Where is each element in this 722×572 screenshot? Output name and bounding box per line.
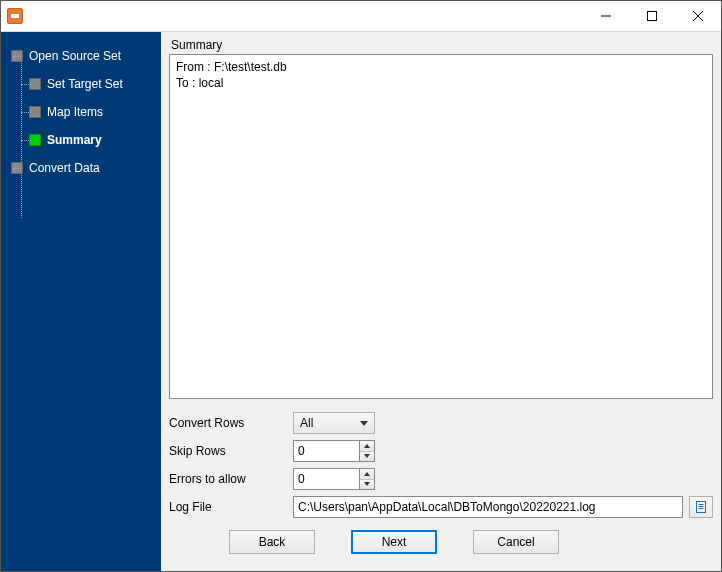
- minimize-icon: [601, 11, 611, 21]
- sidebar: Open Source Set Set Target Set Map Items…: [1, 32, 161, 571]
- next-button[interactable]: Next: [351, 530, 437, 554]
- summary-heading: Summary: [171, 38, 713, 52]
- convert-rows-value: All: [300, 416, 313, 430]
- button-bar: Back Next Cancel: [169, 521, 713, 563]
- convert-rows-label: Convert Rows: [169, 416, 293, 430]
- step-label: Open Source Set: [29, 49, 121, 63]
- skip-rows-down[interactable]: [360, 452, 374, 462]
- log-file-input[interactable]: [293, 496, 683, 518]
- cancel-button[interactable]: Cancel: [473, 530, 559, 554]
- document-icon: [694, 500, 708, 514]
- errors-allow-row: Errors to allow: [169, 465, 713, 493]
- step-label: Map Items: [47, 105, 103, 119]
- step-label: Summary: [47, 133, 102, 147]
- convert-rows-select[interactable]: All: [293, 412, 375, 434]
- chevron-down-icon: [364, 482, 370, 486]
- step-set-target-set[interactable]: Set Target Set: [11, 70, 161, 98]
- app-icon: [7, 8, 23, 24]
- log-file-label: Log File: [169, 500, 293, 514]
- wizard-body: Open Source Set Set Target Set Map Items…: [1, 31, 721, 571]
- wizard-window: Open Source Set Set Target Set Map Items…: [0, 0, 722, 572]
- log-file-browse-button[interactable]: [689, 496, 713, 518]
- chevron-up-icon: [364, 444, 370, 448]
- step-open-source-set[interactable]: Open Source Set: [11, 42, 161, 70]
- convert-rows-row: Convert Rows All: [169, 409, 713, 437]
- skip-rows-row: Skip Rows: [169, 437, 713, 465]
- step-convert-data[interactable]: Convert Data: [11, 154, 161, 182]
- step-summary[interactable]: Summary: [11, 126, 161, 154]
- back-button[interactable]: Back: [229, 530, 315, 554]
- skip-rows-spinner: [293, 440, 375, 462]
- maximize-button[interactable]: [629, 1, 675, 31]
- chevron-down-icon: [364, 454, 370, 458]
- skip-rows-input[interactable]: [293, 440, 359, 462]
- errors-allow-up[interactable]: [360, 469, 374, 480]
- step-label: Set Target Set: [47, 77, 123, 91]
- errors-allow-label: Errors to allow: [169, 472, 293, 486]
- window-controls: [583, 1, 721, 31]
- step-tree: Open Source Set Set Target Set Map Items…: [11, 42, 161, 182]
- summary-text: From : F:\test\test.db To : local: [169, 54, 713, 399]
- errors-allow-down[interactable]: [360, 480, 374, 490]
- close-icon: [693, 11, 703, 21]
- errors-allow-input[interactable]: [293, 468, 359, 490]
- svg-rect-1: [648, 12, 657, 21]
- options-form: Convert Rows All Skip Rows: [169, 409, 713, 521]
- close-button[interactable]: [675, 1, 721, 31]
- step-map-items[interactable]: Map Items: [11, 98, 161, 126]
- minimize-button[interactable]: [583, 1, 629, 31]
- main-panel: Summary From : F:\test\test.db To : loca…: [161, 32, 721, 571]
- log-file-row: Log File: [169, 493, 713, 521]
- skip-rows-label: Skip Rows: [169, 444, 293, 458]
- step-label: Convert Data: [29, 161, 100, 175]
- maximize-icon: [647, 11, 657, 21]
- skip-rows-up[interactable]: [360, 441, 374, 452]
- titlebar: [1, 1, 721, 31]
- chevron-up-icon: [364, 472, 370, 476]
- errors-allow-spinner: [293, 468, 375, 490]
